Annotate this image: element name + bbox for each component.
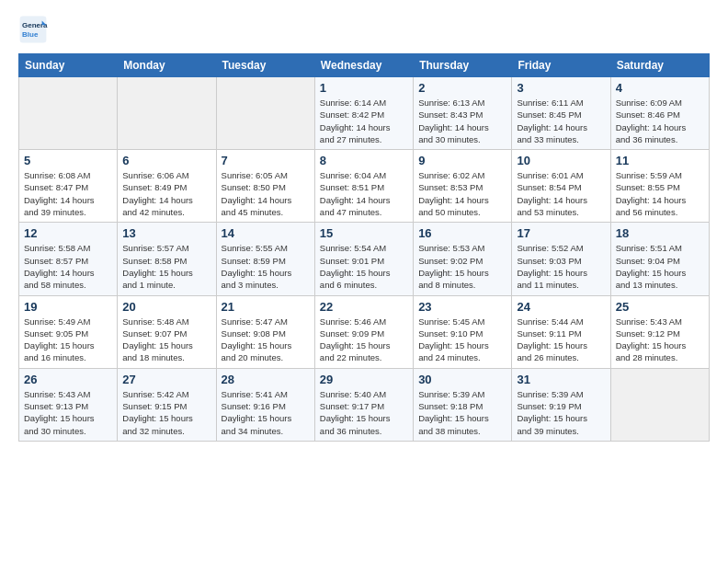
day-number: 9 xyxy=(418,154,506,167)
week-row-4: 19Sunrise: 5:49 AM Sunset: 9:05 PM Dayli… xyxy=(19,295,710,368)
week-row-2: 5Sunrise: 6:08 AM Sunset: 8:47 PM Daylig… xyxy=(19,150,710,223)
calendar-cell: 29Sunrise: 5:40 AM Sunset: 9:17 PM Dayli… xyxy=(314,368,413,441)
calendar-cell: 18Sunrise: 5:51 AM Sunset: 9:04 PM Dayli… xyxy=(610,223,709,295)
day-number: 10 xyxy=(517,154,605,167)
header-row: SundayMondayTuesdayWednesdayThursdayFrid… xyxy=(19,54,710,77)
calendar-cell: 27Sunrise: 5:42 AM Sunset: 9:15 PM Dayli… xyxy=(118,368,216,441)
calendar-cell: 20Sunrise: 5:48 AM Sunset: 9:07 PM Dayli… xyxy=(118,295,216,368)
header: General Blue xyxy=(18,15,710,44)
day-number: 29 xyxy=(320,373,408,386)
day-info: Sunrise: 5:44 AM Sunset: 9:11 PM Dayligh… xyxy=(517,316,605,364)
day-number: 12 xyxy=(24,226,112,240)
calendar-cell: 4Sunrise: 6:09 AM Sunset: 8:46 PM Daylig… xyxy=(610,77,709,150)
day-info: Sunrise: 5:45 AM Sunset: 9:10 PM Dayligh… xyxy=(418,316,506,364)
day-info: Sunrise: 5:39 AM Sunset: 9:19 PM Dayligh… xyxy=(517,388,605,437)
calendar-cell: 6Sunrise: 6:06 AM Sunset: 8:49 PM Daylig… xyxy=(118,150,216,223)
calendar-cell: 10Sunrise: 6:01 AM Sunset: 8:54 PM Dayli… xyxy=(512,150,610,223)
day-info: Sunrise: 6:13 AM Sunset: 8:43 PM Dayligh… xyxy=(418,97,506,145)
day-info: Sunrise: 6:08 AM Sunset: 8:47 PM Dayligh… xyxy=(24,169,112,218)
day-number: 19 xyxy=(24,300,112,314)
svg-text:Blue: Blue xyxy=(22,30,39,39)
calendar-cell: 9Sunrise: 6:02 AM Sunset: 8:53 PM Daylig… xyxy=(414,150,512,223)
day-number: 20 xyxy=(122,300,210,314)
day-info: Sunrise: 5:48 AM Sunset: 9:07 PM Dayligh… xyxy=(122,316,210,364)
calendar-cell: 17Sunrise: 5:52 AM Sunset: 9:03 PM Dayli… xyxy=(512,223,610,295)
calendar-cell: 23Sunrise: 5:45 AM Sunset: 9:10 PM Dayli… xyxy=(414,295,512,368)
day-info: Sunrise: 5:51 AM Sunset: 9:04 PM Dayligh… xyxy=(616,242,704,291)
day-info: Sunrise: 5:59 AM Sunset: 8:55 PM Dayligh… xyxy=(616,169,704,218)
calendar-cell: 19Sunrise: 5:49 AM Sunset: 9:05 PM Dayli… xyxy=(19,295,118,368)
day-info: Sunrise: 6:14 AM Sunset: 8:42 PM Dayligh… xyxy=(320,97,408,145)
calendar-cell: 30Sunrise: 5:39 AM Sunset: 9:18 PM Dayli… xyxy=(414,368,512,441)
week-row-1: 1Sunrise: 6:14 AM Sunset: 8:42 PM Daylig… xyxy=(19,77,710,150)
day-info: Sunrise: 5:40 AM Sunset: 9:17 PM Dayligh… xyxy=(320,388,408,437)
day-number: 30 xyxy=(418,373,506,386)
day-info: Sunrise: 6:02 AM Sunset: 8:53 PM Dayligh… xyxy=(418,169,506,218)
calendar-cell: 25Sunrise: 5:43 AM Sunset: 9:12 PM Dayli… xyxy=(610,295,709,368)
day-info: Sunrise: 5:49 AM Sunset: 9:05 PM Dayligh… xyxy=(24,316,112,364)
logo-icon: General Blue xyxy=(18,15,48,44)
calendar-cell: 8Sunrise: 6:04 AM Sunset: 8:51 PM Daylig… xyxy=(314,150,413,223)
day-header-wednesday: Wednesday xyxy=(314,54,413,77)
day-info: Sunrise: 6:04 AM Sunset: 8:51 PM Dayligh… xyxy=(320,169,408,218)
day-number: 26 xyxy=(24,373,112,386)
week-row-3: 12Sunrise: 5:58 AM Sunset: 8:57 PM Dayli… xyxy=(19,223,710,295)
day-number: 15 xyxy=(320,226,408,240)
calendar-cell: 28Sunrise: 5:41 AM Sunset: 9:16 PM Dayli… xyxy=(216,368,314,441)
day-number: 8 xyxy=(320,154,408,167)
day-number: 7 xyxy=(222,154,310,167)
day-info: Sunrise: 5:43 AM Sunset: 9:13 PM Dayligh… xyxy=(24,388,112,437)
day-info: Sunrise: 5:39 AM Sunset: 9:18 PM Dayligh… xyxy=(418,388,506,437)
day-info: Sunrise: 5:58 AM Sunset: 8:57 PM Dayligh… xyxy=(24,242,112,291)
day-number: 4 xyxy=(616,81,704,95)
calendar-cell: 12Sunrise: 5:58 AM Sunset: 8:57 PM Dayli… xyxy=(19,223,118,295)
day-number: 23 xyxy=(418,300,506,314)
day-header-friday: Friday xyxy=(512,54,610,77)
logo: General Blue xyxy=(18,15,51,44)
calendar-cell: 26Sunrise: 5:43 AM Sunset: 9:13 PM Dayli… xyxy=(19,368,118,441)
calendar-cell: 13Sunrise: 5:57 AM Sunset: 8:58 PM Dayli… xyxy=(118,223,216,295)
day-number: 11 xyxy=(616,154,704,167)
day-info: Sunrise: 6:09 AM Sunset: 8:46 PM Dayligh… xyxy=(616,97,704,145)
calendar-cell: 31Sunrise: 5:39 AM Sunset: 9:19 PM Dayli… xyxy=(512,368,610,441)
day-info: Sunrise: 5:52 AM Sunset: 9:03 PM Dayligh… xyxy=(517,242,605,291)
calendar-cell xyxy=(19,77,118,150)
day-number: 18 xyxy=(616,226,704,240)
calendar-cell: 11Sunrise: 5:59 AM Sunset: 8:55 PM Dayli… xyxy=(610,150,709,223)
day-info: Sunrise: 6:06 AM Sunset: 8:49 PM Dayligh… xyxy=(122,169,210,218)
calendar-cell xyxy=(610,368,709,441)
day-header-monday: Monday xyxy=(118,54,216,77)
day-header-sunday: Sunday xyxy=(19,54,118,77)
calendar-cell: 1Sunrise: 6:14 AM Sunset: 8:42 PM Daylig… xyxy=(314,77,413,150)
calendar-cell: 16Sunrise: 5:53 AM Sunset: 9:02 PM Dayli… xyxy=(414,223,512,295)
day-number: 14 xyxy=(222,226,310,240)
day-info: Sunrise: 5:46 AM Sunset: 9:09 PM Dayligh… xyxy=(320,316,408,364)
day-info: Sunrise: 6:01 AM Sunset: 8:54 PM Dayligh… xyxy=(517,169,605,218)
day-number: 24 xyxy=(517,300,605,314)
day-info: Sunrise: 5:55 AM Sunset: 8:59 PM Dayligh… xyxy=(222,242,310,291)
day-number: 21 xyxy=(222,300,310,314)
week-row-5: 26Sunrise: 5:43 AM Sunset: 9:13 PM Dayli… xyxy=(19,368,710,441)
day-number: 28 xyxy=(222,373,310,386)
page: General Blue SundayMondayTuesdayWednesda… xyxy=(0,0,728,451)
day-number: 3 xyxy=(517,81,605,95)
calendar-cell: 15Sunrise: 5:54 AM Sunset: 9:01 PM Dayli… xyxy=(314,223,413,295)
calendar-cell: 2Sunrise: 6:13 AM Sunset: 8:43 PM Daylig… xyxy=(414,77,512,150)
calendar-cell xyxy=(216,77,314,150)
day-info: Sunrise: 5:41 AM Sunset: 9:16 PM Dayligh… xyxy=(222,388,310,437)
calendar-cell: 7Sunrise: 6:05 AM Sunset: 8:50 PM Daylig… xyxy=(216,150,314,223)
day-number: 22 xyxy=(320,300,408,314)
day-info: Sunrise: 5:47 AM Sunset: 9:08 PM Dayligh… xyxy=(222,316,310,364)
day-info: Sunrise: 6:11 AM Sunset: 8:45 PM Dayligh… xyxy=(517,97,605,145)
day-number: 2 xyxy=(418,81,506,95)
day-header-thursday: Thursday xyxy=(414,54,512,77)
calendar-cell: 21Sunrise: 5:47 AM Sunset: 9:08 PM Dayli… xyxy=(216,295,314,368)
calendar-cell: 3Sunrise: 6:11 AM Sunset: 8:45 PM Daylig… xyxy=(512,77,610,150)
calendar-cell: 5Sunrise: 6:08 AM Sunset: 8:47 PM Daylig… xyxy=(19,150,118,223)
day-info: Sunrise: 5:57 AM Sunset: 8:58 PM Dayligh… xyxy=(122,242,210,291)
day-number: 13 xyxy=(122,226,210,240)
calendar-table: SundayMondayTuesdayWednesdayThursdayFrid… xyxy=(18,53,710,442)
day-number: 1 xyxy=(320,81,408,95)
day-info: Sunrise: 5:43 AM Sunset: 9:12 PM Dayligh… xyxy=(616,316,704,364)
day-number: 27 xyxy=(122,373,210,386)
